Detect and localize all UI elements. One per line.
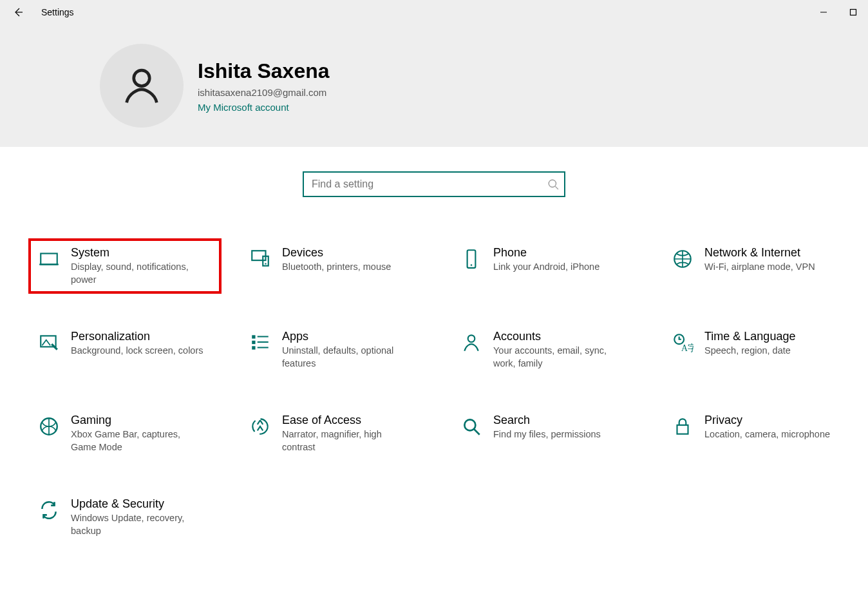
- window-title: Settings: [41, 7, 74, 17]
- svg-text:A字: A字: [681, 343, 693, 353]
- back-button[interactable]: [5, 0, 31, 24]
- category-title: Gaming: [71, 414, 206, 427]
- category-desc: Background, lock screen, colors: [71, 345, 203, 358]
- svg-point-6: [265, 263, 266, 264]
- category-title: Network & Internet: [704, 246, 815, 260]
- category-title: Apps: [282, 330, 417, 343]
- search-input[interactable]: [312, 178, 547, 190]
- category-title: Search: [493, 414, 601, 427]
- phone-icon: [458, 246, 484, 272]
- update-icon: [36, 497, 62, 523]
- accounts-icon: [458, 330, 484, 356]
- category-desc: Narrator, magnifier, high contrast: [282, 428, 417, 454]
- search-icon: [458, 414, 484, 439]
- user-header: Ishita Saxena ishitasaxena2109@gmail.com…: [0, 24, 868, 147]
- category-title: Personalization: [71, 330, 203, 343]
- svg-rect-0: [851, 10, 856, 15]
- category-time[interactable]: A字Time & LanguageSpeech, region, date: [662, 322, 855, 377]
- svg-rect-20: [677, 425, 688, 434]
- category-title: Accounts: [493, 330, 628, 343]
- svg-point-8: [471, 264, 473, 266]
- category-privacy[interactable]: PrivacyLocation, camera, microphone: [662, 406, 855, 461]
- category-desc: Xbox Game Bar, captures, Game Mode: [71, 428, 206, 454]
- category-title: Ease of Access: [282, 414, 417, 427]
- title-bar: Settings: [0, 0, 868, 24]
- minimize-button[interactable]: [809, 0, 838, 24]
- category-desc: Location, camera, microphone: [704, 428, 830, 441]
- maximize-button[interactable]: [838, 0, 868, 24]
- category-accounts[interactable]: AccountsYour accounts, email, sync, work…: [451, 322, 644, 377]
- user-name: Ishita Saxena: [198, 59, 330, 83]
- category-desc: Your accounts, email, sync, work, family: [493, 345, 628, 370]
- category-title: Time & Language: [704, 330, 795, 343]
- category-title: Devices: [282, 246, 391, 260]
- category-network[interactable]: Network & InternetWi-Fi, airplane mode, …: [662, 238, 855, 294]
- svg-point-14: [468, 335, 475, 342]
- svg-rect-11: [252, 335, 255, 338]
- category-title: Update & Security: [71, 497, 206, 511]
- category-desc: Display, sound, notifications, power: [71, 261, 206, 286]
- category-title: Phone: [493, 246, 599, 260]
- category-desc: Speech, region, date: [704, 345, 795, 358]
- gaming-icon: [36, 414, 62, 439]
- privacy-icon: [670, 414, 695, 439]
- devices-icon: [247, 246, 273, 272]
- system-icon: [36, 246, 62, 272]
- ease-icon: [247, 414, 273, 439]
- category-desc: Find my files, permissions: [493, 428, 601, 441]
- personalization-icon: [36, 330, 62, 356]
- category-title: System: [71, 246, 206, 260]
- category-phone[interactable]: PhoneLink your Android, iPhone: [451, 238, 644, 294]
- user-email: ishitasaxena2109@gmail.com: [198, 87, 330, 98]
- svg-rect-13: [252, 346, 255, 349]
- category-title: Privacy: [704, 414, 830, 427]
- microsoft-account-link[interactable]: My Microsoft account: [198, 102, 330, 113]
- category-desc: Bluetooth, printers, mouse: [282, 261, 391, 274]
- category-devices[interactable]: DevicesBluetooth, printers, mouse: [240, 238, 433, 294]
- svg-point-1: [134, 70, 150, 86]
- category-desc: Windows Update, recovery, backup: [71, 512, 206, 537]
- time-icon: A字: [670, 330, 695, 356]
- network-icon: [670, 246, 695, 272]
- category-personalization[interactable]: PersonalizationBackground, lock screen, …: [28, 322, 222, 377]
- category-apps[interactable]: AppsUninstall, defaults, optional featur…: [240, 322, 433, 377]
- category-desc: Uninstall, defaults, optional features: [282, 345, 417, 370]
- category-desc: Link your Android, iPhone: [493, 261, 599, 274]
- apps-icon: [247, 330, 273, 356]
- category-system[interactable]: SystemDisplay, sound, notifications, pow…: [28, 238, 222, 294]
- svg-point-2: [549, 180, 556, 187]
- category-update[interactable]: Update & SecurityWindows Update, recover…: [28, 490, 222, 545]
- search-box[interactable]: [303, 171, 565, 197]
- category-gaming[interactable]: GamingXbox Game Bar, captures, Game Mode: [28, 406, 222, 461]
- category-ease[interactable]: Ease of AccessNarrator, magnifier, high …: [240, 406, 433, 461]
- search-icon: [547, 178, 559, 190]
- category-desc: Wi-Fi, airplane mode, VPN: [704, 261, 815, 274]
- avatar[interactable]: [100, 44, 184, 128]
- svg-rect-3: [41, 254, 57, 265]
- category-search[interactable]: SearchFind my files, permissions: [451, 406, 644, 461]
- user-icon: [119, 63, 164, 108]
- svg-rect-12: [252, 341, 255, 344]
- svg-point-19: [464, 420, 475, 431]
